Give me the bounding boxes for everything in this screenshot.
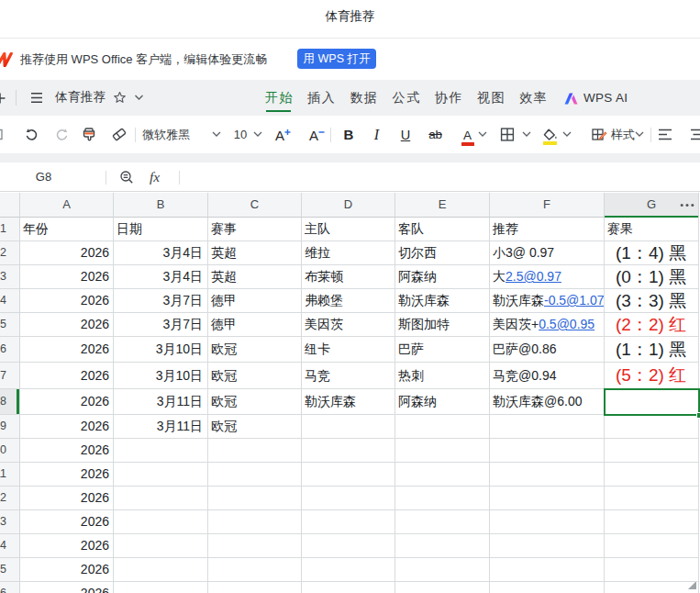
- cell-G5[interactable]: (2：2) 红: [605, 313, 699, 337]
- borders-icon[interactable]: [500, 116, 515, 153]
- cell-E9[interactable]: [395, 415, 490, 439]
- column-header-E[interactable]: E: [395, 193, 490, 218]
- formula-input[interactable]: [188, 162, 700, 192]
- insert-function-icon[interactable]: fx: [150, 162, 160, 192]
- cell-F11[interactable]: [490, 463, 605, 487]
- cell-D2[interactable]: 维拉: [302, 241, 395, 265]
- cell-F1[interactable]: 推荐: [490, 218, 605, 241]
- chevron-down-icon[interactable]: [562, 131, 572, 138]
- document-name[interactable]: 体育推荐: [55, 80, 106, 116]
- cell-B12[interactable]: [114, 487, 208, 510]
- ribbon-tab-效率[interactable]: 效率: [519, 80, 548, 116]
- chevron-down-icon[interactable]: [522, 131, 531, 138]
- cell-E6[interactable]: 巴萨: [395, 337, 490, 363]
- cell-F10[interactable]: [490, 439, 605, 463]
- eraser-icon[interactable]: [111, 116, 128, 153]
- cell-A10[interactable]: 2026: [20, 439, 114, 463]
- chevron-down-icon[interactable]: [635, 131, 644, 138]
- cell-E12[interactable]: [395, 487, 490, 510]
- row-header-13[interactable]: 13: [0, 510, 20, 534]
- tip-link[interactable]: -0.5@1.07: [544, 293, 605, 308]
- cell-B16[interactable]: [114, 582, 208, 593]
- cell-C3[interactable]: 英超: [208, 265, 302, 289]
- row-header-6[interactable]: 6: [0, 337, 20, 363]
- cell-B14[interactable]: [114, 534, 208, 558]
- ribbon-tab-数据[interactable]: 数据: [350, 80, 378, 116]
- cell-B8[interactable]: 3月11日: [114, 389, 208, 415]
- cell-G3[interactable]: (0：1) 黑: [605, 265, 699, 289]
- cell-B6[interactable]: 3月10日: [114, 337, 208, 363]
- chevron-down-icon[interactable]: [478, 131, 487, 138]
- cell-E10[interactable]: [395, 439, 490, 463]
- tip-link[interactable]: 2.5@0.97: [506, 269, 561, 284]
- cell-F7[interactable]: 马竞@0.94: [490, 363, 605, 389]
- cell-G16[interactable]: [605, 582, 699, 593]
- cell-A6[interactable]: 2026: [20, 337, 114, 363]
- cell-C13[interactable]: [208, 510, 302, 534]
- cell-F5[interactable]: 美因茨+0.5@0.95: [490, 313, 605, 337]
- cell-E1[interactable]: 客队: [395, 218, 490, 241]
- row-header-5[interactable]: 5: [0, 313, 20, 337]
- cell-C14[interactable]: [208, 534, 302, 558]
- cell-B1[interactable]: 日期: [114, 218, 208, 241]
- font-name-select[interactable]: 微软雅黑: [139, 116, 209, 153]
- cell-E3[interactable]: 阿森纳: [395, 265, 490, 289]
- row-header-2[interactable]: 2: [0, 241, 20, 265]
- ribbon-tab-插入[interactable]: 插入: [307, 80, 336, 116]
- cell-A7[interactable]: 2026: [20, 363, 114, 389]
- cell-F14[interactable]: [490, 534, 605, 558]
- cell-F3[interactable]: 大2.5@0.97: [490, 265, 605, 289]
- row-header-1[interactable]: 1: [0, 218, 20, 241]
- row-header-7[interactable]: 7: [0, 363, 20, 389]
- cell-A3[interactable]: 2026: [20, 265, 114, 289]
- cell-B15[interactable]: [114, 558, 208, 582]
- cell-C5[interactable]: 德甲: [208, 313, 302, 337]
- cell-F13[interactable]: [490, 510, 605, 534]
- wps-ai-button[interactable]: WPS AI: [563, 80, 628, 116]
- chevron-down-icon[interactable]: [212, 131, 221, 138]
- row-header-14[interactable]: 14: [0, 534, 20, 558]
- cell-F6[interactable]: 巴萨@0.86: [490, 337, 605, 363]
- cell-B9[interactable]: 3月11日: [114, 415, 208, 439]
- ribbon-tab-视图[interactable]: 视图: [477, 80, 506, 116]
- search-formula-icon[interactable]: [119, 170, 135, 185]
- cell-D4[interactable]: 弗赖堡: [302, 289, 395, 313]
- font-color-button[interactable]: A: [460, 116, 475, 153]
- row-header-8[interactable]: 8: [0, 389, 20, 415]
- cell-E8[interactable]: 阿森纳: [395, 389, 490, 415]
- cell-G10[interactable]: [605, 439, 699, 463]
- fill-handle[interactable]: [696, 412, 700, 419]
- row-header-10[interactable]: 10: [0, 439, 20, 463]
- italic-button[interactable]: I: [371, 116, 383, 153]
- cell-C4[interactable]: 德甲: [208, 289, 302, 313]
- fill-color-button[interactable]: [541, 116, 559, 153]
- strikethrough-button[interactable]: ab: [427, 116, 444, 153]
- cell-G11[interactable]: [605, 463, 699, 487]
- cell-B10[interactable]: [114, 439, 208, 463]
- cell-D1[interactable]: 主队: [302, 218, 395, 241]
- cell-B2[interactable]: 3月4日: [114, 241, 208, 265]
- ribbon-tab-协作[interactable]: 协作: [435, 80, 463, 116]
- column-menu-dots-icon[interactable]: [680, 193, 694, 218]
- star-icon[interactable]: [113, 91, 127, 105]
- cell-A15[interactable]: 2026: [20, 558, 114, 582]
- row-header-9[interactable]: 9: [0, 415, 20, 439]
- cell-E15[interactable]: [395, 558, 490, 582]
- column-header-A[interactable]: A: [20, 193, 114, 218]
- row-header-11[interactable]: 11: [0, 463, 20, 487]
- cell-C7[interactable]: 欧冠: [208, 363, 302, 389]
- cell-D5[interactable]: 美因茨: [302, 313, 395, 337]
- cell-C2[interactable]: 英超: [208, 241, 302, 265]
- plus-icon[interactable]: [0, 91, 7, 106]
- cell-C8[interactable]: 欧冠: [208, 389, 302, 415]
- cell-F2[interactable]: 小3@ 0.97: [490, 241, 605, 265]
- cell-A2[interactable]: 2026: [20, 241, 114, 265]
- cell-D13[interactable]: [302, 510, 395, 534]
- open-with-wps-button[interactable]: 用 WPS 打开: [297, 49, 376, 69]
- cell-D3[interactable]: 布莱顿: [302, 265, 395, 289]
- cell-G7[interactable]: (5：2) 红: [605, 363, 699, 389]
- underline-button[interactable]: U: [398, 116, 413, 153]
- cell-C16[interactable]: [208, 582, 302, 593]
- cell-A13[interactable]: 2026: [20, 510, 114, 534]
- cell-A1[interactable]: 年份: [20, 218, 114, 241]
